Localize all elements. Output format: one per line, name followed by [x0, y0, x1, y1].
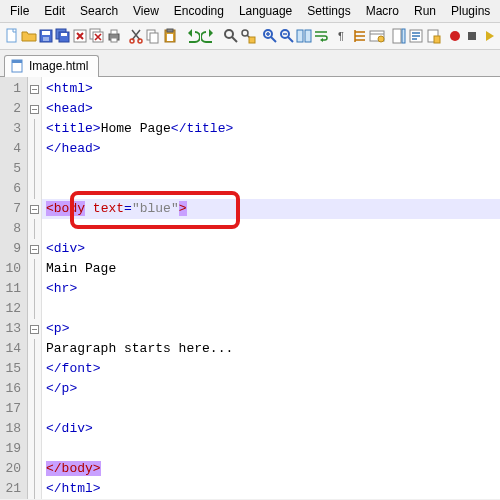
svg-point-29	[378, 36, 384, 42]
menu-macro[interactable]: Macro	[360, 2, 405, 20]
menu-view[interactable]: View	[127, 2, 165, 20]
redo-button[interactable]	[201, 26, 217, 46]
line-number: 8	[0, 219, 27, 239]
svg-rect-6	[61, 33, 67, 36]
menu-bar: File Edit Search View Encoding Language …	[0, 0, 500, 23]
fold-line	[34, 399, 35, 419]
fold-line	[34, 119, 35, 139]
open-file-button[interactable]	[21, 26, 37, 46]
fold-line	[34, 459, 35, 479]
function-list-button[interactable]	[408, 26, 424, 46]
folder-workspace-button[interactable]	[425, 26, 441, 46]
svg-rect-2	[42, 31, 50, 35]
fold-line	[34, 339, 35, 359]
fold-line	[34, 179, 35, 199]
line-number: 10	[0, 259, 27, 279]
paste-button[interactable]	[162, 26, 178, 46]
svg-text:¶: ¶	[338, 30, 344, 42]
svg-rect-12	[111, 38, 117, 42]
line-number: 7	[0, 199, 27, 219]
line-number: 3	[0, 119, 27, 139]
line-number: 13	[0, 319, 27, 339]
svg-rect-19	[167, 34, 173, 41]
menu-settings[interactable]: Settings	[301, 2, 356, 20]
svg-rect-25	[297, 30, 303, 42]
fold-toggle-icon[interactable]	[30, 205, 39, 214]
fold-line	[34, 139, 35, 159]
line-number: 9	[0, 239, 27, 259]
undo-button[interactable]	[184, 26, 200, 46]
menu-run[interactable]: Run	[408, 2, 442, 20]
menu-plugins[interactable]: Plugins	[445, 2, 496, 20]
fold-line	[34, 279, 35, 299]
print-button[interactable]	[106, 26, 122, 46]
replace-button[interactable]	[240, 26, 256, 46]
menu-search[interactable]: Search	[74, 2, 124, 20]
tab-bar: Image.html	[0, 50, 500, 77]
doc-map-button[interactable]	[391, 26, 407, 46]
svg-rect-36	[468, 32, 476, 40]
svg-point-20	[225, 30, 233, 38]
line-number: 2	[0, 99, 27, 119]
menu-encoding[interactable]: Encoding	[168, 2, 230, 20]
svg-rect-18	[167, 29, 173, 32]
record-macro-button[interactable]	[447, 26, 463, 46]
save-button[interactable]	[38, 26, 54, 46]
svg-rect-0	[7, 29, 16, 42]
file-icon	[11, 59, 25, 73]
line-number: 21	[0, 479, 27, 499]
svg-rect-30	[393, 29, 401, 43]
indent-guide-button[interactable]	[352, 26, 368, 46]
save-all-button[interactable]	[55, 26, 71, 46]
fold-toggle-icon[interactable]	[30, 105, 39, 114]
line-number: 18	[0, 419, 27, 439]
menu-edit[interactable]: Edit	[38, 2, 71, 20]
menu-language[interactable]: Language	[233, 2, 298, 20]
line-number: 14	[0, 339, 27, 359]
sync-scroll-button[interactable]	[296, 26, 312, 46]
close-button[interactable]	[72, 26, 88, 46]
zoom-in-button[interactable]	[262, 26, 278, 46]
user-lang-button[interactable]	[369, 26, 385, 46]
fold-line	[34, 299, 35, 319]
new-file-button[interactable]	[4, 26, 20, 46]
fold-toggle-icon[interactable]	[30, 245, 39, 254]
close-all-button[interactable]	[89, 26, 105, 46]
svg-rect-11	[111, 30, 117, 34]
fold-toggle-icon[interactable]	[30, 325, 39, 334]
toolbar: ¶	[0, 23, 500, 50]
tab-label: Image.html	[29, 59, 88, 73]
tab-file[interactable]: Image.html	[4, 55, 99, 77]
line-number: 12	[0, 299, 27, 319]
code-area[interactable]: <html> <head> <title>Home Page</title> <…	[42, 77, 500, 499]
svg-rect-16	[150, 33, 158, 43]
line-number: 20	[0, 459, 27, 479]
copy-button[interactable]	[145, 26, 161, 46]
stop-macro-button[interactable]	[464, 26, 480, 46]
play-macro-button[interactable]	[481, 26, 497, 46]
show-all-chars-button[interactable]: ¶	[335, 26, 351, 46]
line-number: 17	[0, 399, 27, 419]
fold-line	[34, 439, 35, 459]
svg-rect-22	[249, 37, 255, 43]
word-wrap-button[interactable]	[313, 26, 329, 46]
svg-point-13	[130, 39, 134, 43]
svg-rect-3	[43, 37, 49, 41]
line-number: 6	[0, 179, 27, 199]
find-button[interactable]	[223, 26, 239, 46]
line-number: 19	[0, 439, 27, 459]
line-number-gutter: 1 2 3 4 5 6 7 8 9 10 11 12 13 14 15 16 1…	[0, 77, 28, 499]
svg-rect-38	[12, 60, 22, 63]
svg-point-14	[138, 39, 142, 43]
line-number: 11	[0, 279, 27, 299]
fold-line	[34, 219, 35, 239]
fold-line	[34, 379, 35, 399]
editor: 1 2 3 4 5 6 7 8 9 10 11 12 13 14 15 16 1…	[0, 77, 500, 499]
fold-toggle-icon[interactable]	[30, 85, 39, 94]
line-number: 1	[0, 79, 27, 99]
menu-file[interactable]: File	[4, 2, 35, 20]
fold-line	[34, 419, 35, 439]
cut-button[interactable]	[128, 26, 144, 46]
fold-line	[34, 159, 35, 179]
zoom-out-button[interactable]	[279, 26, 295, 46]
